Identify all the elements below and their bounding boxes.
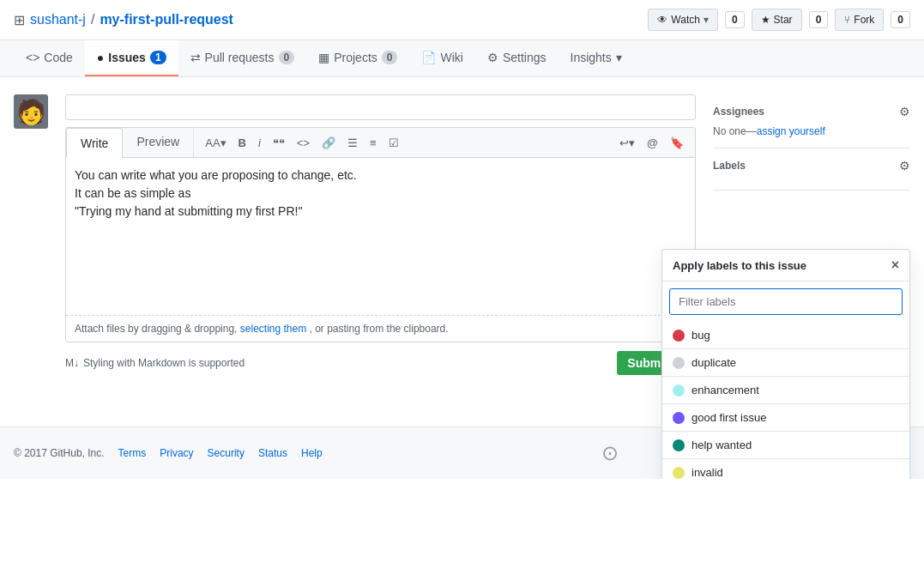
tab-projects-label: Projects (334, 51, 377, 64)
attach-select-link[interactable]: selecting them (240, 323, 306, 335)
tab-code[interactable]: <> Code (14, 40, 85, 76)
label-name-invalid: invalid (691, 466, 723, 479)
label-color-good-first-issue (673, 412, 685, 424)
fork-icon: ⑂ (844, 14, 850, 26)
attach-sep: , or pasting from the clipboard. (310, 323, 449, 335)
tab-pull-requests[interactable]: ⇄ Pull requests 0 (178, 40, 307, 76)
tab-projects[interactable]: ▦ Projects 0 (306, 40, 409, 76)
footer-links: © 2017 GitHub, Inc. Terms Privacy Securi… (14, 447, 323, 459)
toolbar-reply-btn[interactable]: ↩▾ (615, 134, 639, 152)
tab-settings[interactable]: ⚙ Settings (475, 40, 559, 76)
projects-icon: ▦ (318, 51, 329, 64)
editor-area: Demo PR 2 Write Preview AA▾ B i ❝❝ <> 🔗 … (65, 94, 696, 375)
assignees-empty: No one—assign yourself (713, 125, 910, 137)
footer-status-link[interactable]: Status (258, 447, 287, 459)
code-icon: <> (26, 51, 39, 64)
title-input[interactable]: Demo PR 2 (65, 94, 696, 120)
label-item-help-wanted[interactable]: help wanted (662, 431, 909, 458)
footer-privacy-link[interactable]: Privacy (160, 447, 193, 459)
toolbar-bold-btn[interactable]: B (234, 134, 251, 152)
fork-button[interactable]: ⑂ Fork (835, 9, 884, 31)
tab-pr-label: Pull requests (205, 51, 275, 64)
sidebar-assignees-header: Assignees ⚙ (713, 105, 910, 118)
dropdown-filter (662, 281, 909, 322)
toolbar-group-left: AA▾ B i ❝❝ <> 🔗 ☰ ≡ ☑ (201, 134, 402, 152)
tab-insights[interactable]: Insights ▾ (559, 40, 634, 76)
repo-icon: ⊞ (14, 12, 25, 28)
toolbar-quote-btn[interactable]: ❝❝ (269, 134, 289, 152)
label-item-good-first-issue[interactable]: good first issue (662, 403, 909, 431)
insights-arrow: ▾ (616, 51, 622, 64)
star-button[interactable]: ★ Star (752, 9, 802, 31)
editor-footer: M↓ Styling with Markdown is supported Su… (65, 351, 696, 375)
filter-labels-input[interactable] (669, 288, 903, 315)
toolbar-link-btn[interactable]: 🔗 (317, 134, 340, 152)
labels-gear-icon[interactable]: ⚙ (899, 159, 910, 172)
sub-nav: <> Code ● Issues 1 ⇄ Pull requests 0 ▦ P… (0, 40, 924, 77)
eye-icon: 👁 (657, 14, 667, 26)
fork-label: Fork (854, 14, 874, 26)
tab-write[interactable]: Write (66, 128, 123, 158)
assignees-title: Assignees (713, 106, 764, 118)
label-item-enhancement[interactable]: enhancement (662, 376, 909, 403)
pr-badge: 0 (279, 51, 295, 64)
toolbar-group-right: ↩▾ @ 🔖 (615, 134, 688, 152)
label-color-enhancement (673, 384, 685, 396)
main-content: 🧑 Demo PR 2 Write Preview AA▾ B i ❝❝ <> … (0, 77, 924, 392)
top-actions: 👁 Watch ▾ 0 ★ Star 0 ⑂ Fork 0 (648, 9, 910, 31)
owner-link[interactable]: sushant-j (30, 12, 86, 27)
label-color-bug (673, 330, 685, 342)
toolbar-code-btn[interactable]: <> (293, 134, 314, 152)
toolbar-mention-btn[interactable]: @ (643, 134, 662, 152)
dropdown-close-button[interactable]: × (891, 258, 899, 272)
avatar: 🧑 (14, 94, 48, 129)
issues-icon: ● (97, 51, 104, 64)
footer-help-link[interactable]: Help (301, 447, 323, 459)
editor-textarea[interactable]: You can write what you are proposing to … (66, 158, 695, 312)
label-name-help-wanted: help wanted (691, 439, 752, 451)
sidebar-labels-header: Labels ⚙ (713, 159, 910, 172)
fork-count: 0 (891, 11, 910, 28)
star-count: 0 (809, 11, 829, 28)
tab-wiki-label: Wiki (440, 51, 462, 64)
footer-logo: ⊙ (601, 441, 619, 465)
markdown-hint-text: Styling with Markdown is supported (83, 357, 245, 369)
dropdown-header: Apply labels to this issue × (662, 250, 909, 281)
assignees-gear-icon[interactable]: ⚙ (899, 105, 910, 118)
editor-box: Write Preview AA▾ B i ❝❝ <> 🔗 ☰ ≡ ☑ (65, 127, 696, 342)
label-item-bug[interactable]: bug (662, 322, 909, 348)
label-item-duplicate[interactable]: duplicate (662, 348, 909, 376)
toolbar-task-btn[interactable]: ☑ (384, 134, 403, 152)
toolbar-olist-btn[interactable]: ≡ (365, 134, 381, 152)
watch-button[interactable]: 👁 Watch ▾ (648, 9, 718, 31)
star-label: Star (774, 14, 793, 26)
attach-text: Attach files by dragging & dropping, (75, 323, 240, 335)
footer-security-link[interactable]: Security (208, 447, 245, 459)
toolbar-italic-btn[interactable]: i (254, 134, 265, 152)
tab-wiki[interactable]: 📄 Wiki (409, 40, 474, 76)
tab-preview[interactable]: Preview (123, 128, 193, 157)
toolbar-ulist-btn[interactable]: ☰ (343, 134, 362, 152)
insights-label: Insights (571, 51, 612, 64)
top-nav: ⊞ sushant-j / my-first-pull-request 👁 Wa… (0, 0, 924, 40)
editor-title: Demo PR 2 (65, 94, 696, 127)
labels-title: Labels (713, 160, 746, 172)
label-color-invalid (673, 467, 685, 479)
editor-tabs: Write Preview AA▾ B i ❝❝ <> 🔗 ☰ ≡ ☑ (66, 128, 695, 158)
tab-code-label: Code (44, 51, 72, 64)
wiki-icon: 📄 (421, 51, 436, 64)
footer-terms-link[interactable]: Terms (118, 447, 147, 459)
tab-issues-label: Issues (108, 51, 146, 64)
repo-name-link[interactable]: my-first-pull-request (100, 12, 233, 27)
editor-toolbar: AA▾ B i ❝❝ <> 🔗 ☰ ≡ ☑ ↩▾ @ 🔖 (193, 128, 695, 157)
label-name-good-first-issue: good first issue (691, 411, 766, 424)
repo-title: ⊞ sushant-j / my-first-pull-request (14, 12, 233, 28)
tab-issues[interactable]: ● Issues 1 (85, 40, 178, 76)
assign-yourself-link[interactable]: assign yourself (757, 125, 825, 137)
footer-copyright: © 2017 GitHub, Inc. (14, 447, 105, 459)
toolbar-aa-btn[interactable]: AA▾ (201, 134, 230, 152)
labels-dropdown: Apply labels to this issue × bugduplicat… (661, 249, 910, 479)
pr-icon: ⇄ (190, 51, 201, 64)
toolbar-bookmark-btn[interactable]: 🔖 (666, 134, 688, 152)
label-item-invalid[interactable]: invalid (662, 458, 909, 479)
